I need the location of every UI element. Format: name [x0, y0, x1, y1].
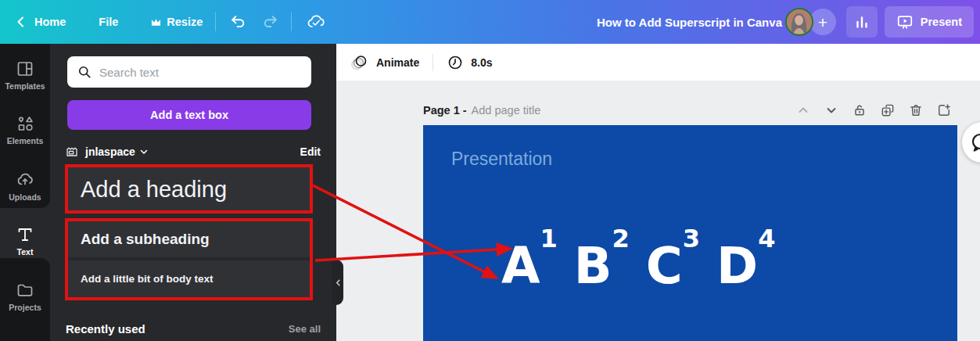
add-body-text-card[interactable]: Add a little bit of body text — [67, 260, 310, 297]
uploads-icon — [16, 170, 34, 189]
animate-label: Animate — [376, 56, 419, 69]
letter-d: D4 — [716, 241, 775, 291]
animate-icon — [350, 53, 369, 72]
chevron-down-icon — [825, 104, 838, 117]
add-member-button[interactable]: + — [809, 9, 836, 35]
canvas-toolbar: Animate 8.0s — [336, 44, 980, 81]
add-heading-card[interactable]: Add a heading — [67, 167, 310, 211]
panel-collapse-handle[interactable] — [332, 260, 343, 305]
elements-icon — [16, 114, 34, 133]
sidebar-item-elements[interactable]: Elements — [0, 114, 50, 145]
animate-button[interactable]: Animate — [350, 53, 419, 72]
unlock-icon — [852, 102, 867, 118]
page-controls — [795, 100, 952, 120]
present-label: Present — [921, 16, 962, 28]
bar-chart-icon — [853, 13, 871, 31]
text-icon — [16, 225, 34, 244]
brand-row: jnlaspace Edit — [66, 142, 321, 161]
move-page-up-button[interactable] — [795, 102, 811, 119]
undo-button[interactable] — [230, 13, 247, 31]
sidebar-item-label: Uploads — [9, 192, 41, 202]
add-subheading-card[interactable]: Add a subheading — [67, 221, 310, 257]
avatar[interactable] — [785, 8, 813, 36]
delete-page-button[interactable] — [908, 102, 924, 119]
letter-a: A1 — [501, 241, 558, 291]
sidebar-item-label: Text — [17, 247, 34, 257]
brand-kit-icon — [66, 146, 80, 158]
chevron-left-icon — [335, 279, 342, 286]
trash-icon — [908, 102, 924, 118]
letter-b: B2 — [574, 241, 630, 291]
file-menu-button[interactable]: File — [99, 16, 118, 28]
home-button[interactable]: Home — [34, 16, 66, 28]
duplicate-icon — [880, 102, 896, 118]
topbar-left: Home File Resize — [0, 12, 326, 32]
search-box — [67, 56, 311, 88]
duplicate-page-button[interactable] — [880, 102, 896, 119]
resize-label: Resize — [167, 16, 203, 28]
recently-used-title: Recently used — [66, 322, 145, 336]
sidebar-item-text[interactable]: Text — [0, 225, 50, 257]
recently-used-row: Recently used See all — [66, 322, 321, 336]
templates-icon — [16, 59, 34, 78]
clock-icon — [447, 54, 464, 71]
sidebar-item-label: Templates — [5, 81, 45, 91]
topbar-right: + Present — [785, 0, 974, 44]
cloud-saved-icon — [306, 12, 326, 32]
slide-title-text[interactable]: Presentation — [451, 149, 552, 170]
duration-label: 8.0s — [471, 56, 492, 69]
text-panel: Add a text box jnlaspace Edit Add a head… — [50, 44, 336, 341]
page-title-input[interactable]: Add page title — [472, 104, 541, 117]
speech-bubble-icon — [969, 132, 980, 153]
sidebar-item-label: Projects — [9, 303, 41, 312]
superscript-text-element[interactable]: A1 B2 C3 D4 — [501, 241, 775, 291]
redo-button[interactable] — [261, 13, 278, 31]
add-text-box-button[interactable]: Add a text box — [67, 100, 311, 130]
edit-link[interactable]: Edit — [300, 145, 321, 158]
lock-page-button[interactable] — [852, 102, 867, 119]
slide-canvas[interactable]: Presentation A1 B2 C3 D4 — [423, 125, 957, 341]
present-button[interactable]: Present — [885, 6, 974, 38]
sidebar-item-templates[interactable]: Templates — [0, 59, 50, 91]
topbar-divider — [291, 13, 292, 31]
toolbar-divider — [433, 54, 433, 71]
canva-editor: Home File Resize How to Add Superscript … — [0, 0, 980, 341]
present-icon — [896, 13, 914, 31]
search-input[interactable] — [99, 66, 302, 79]
resize-button[interactable]: Resize — [151, 16, 203, 28]
insights-button[interactable] — [846, 6, 878, 38]
add-page-button[interactable] — [936, 102, 952, 119]
search-icon — [77, 64, 92, 80]
projects-icon — [16, 281, 34, 300]
chevron-up-icon — [797, 104, 809, 117]
back-chevron-icon[interactable] — [11, 16, 31, 28]
duration-button[interactable]: 8.0s — [447, 54, 492, 71]
topbar-divider — [215, 13, 216, 31]
see-all-link[interactable]: See all — [289, 323, 321, 335]
letter-c: C3 — [646, 241, 700, 291]
chevron-down-icon[interactable] — [139, 147, 149, 156]
page-label: Page 1 - — [423, 104, 467, 117]
crown-icon — [151, 18, 161, 27]
sidebar: Templates Elements Uploads Text Projects — [0, 44, 50, 341]
brand-name[interactable]: jnlaspace — [85, 145, 135, 158]
document-title[interactable]: How to Add Superscript in Canva — [597, 0, 782, 44]
sidebar-item-uploads[interactable]: Uploads — [0, 170, 50, 202]
sidebar-item-label: Elements — [7, 136, 44, 145]
move-page-down-button[interactable] — [824, 102, 839, 119]
sidebar-item-projects[interactable]: Projects — [0, 281, 50, 312]
add-page-icon — [936, 102, 952, 118]
topbar: Home File Resize How to Add Superscript … — [0, 0, 980, 44]
page-header: Page 1 - Add page title — [423, 100, 540, 120]
